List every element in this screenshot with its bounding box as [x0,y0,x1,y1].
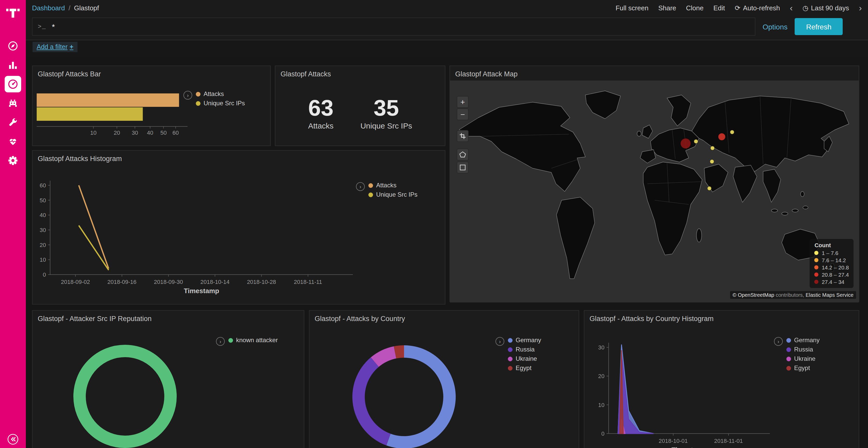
kibana-dashboard-app: Dashboard / Glastopf Full screen Share C… [0,0,868,448]
polygon-icon [459,151,466,158]
panel-title: Glastopf Attacks Bar [33,66,270,78]
map-zoom-out-button[interactable]: − [457,108,469,120]
sidebar-item-monitoring[interactable] [0,132,26,151]
full-screen-button[interactable]: Full screen [616,4,648,12]
metric-label: Unique Src IPs [361,121,412,130]
sidebar-item-discover[interactable] [0,36,26,55]
legend-label: Unique Src IPs [376,191,417,198]
svg-text:10: 10 [90,130,96,136]
plus-icon: + [70,43,74,50]
app-sidebar [0,0,26,448]
legend-color-dot [508,366,513,370]
edit-button[interactable]: Edit [713,4,725,12]
legend-item[interactable]: Germany [508,337,541,344]
query-prompt-icon: >_ [38,23,46,30]
legend-item[interactable]: known attacker [228,337,278,344]
bucket-color-dot [814,251,819,255]
svg-text:20: 20 [40,242,46,248]
elastic-maps-attribution-link[interactable]: Elastic Maps Service [805,292,854,298]
legend-item[interactable]: Russia [786,346,820,353]
sidebar-item-dashboard[interactable] [0,74,26,94]
map-attribution: © OpenStreetMap contributors, Elastic Ma… [730,291,856,299]
metric-group: 63 Attacks 35 Unique Src IPs [275,80,445,145]
map-zoom-in-button[interactable]: + [457,96,469,108]
legend-item[interactable]: Unique Src IPs [368,191,417,198]
filter-bar: Add a filter+ [26,38,868,56]
sidebar-collapse-button[interactable] [0,434,26,445]
auto-refresh-button[interactable]: ⟳Auto-refresh [735,4,780,12]
time-forward-chevron[interactable]: › [859,3,862,12]
panel-attacks-metric: Glastopf Attacks 63 Attacks 35 Unique Sr… [275,66,445,146]
svg-text:2018-10-14: 2018-10-14 [200,279,230,285]
svg-text:10: 10 [40,256,46,263]
refresh-button[interactable]: Refresh [795,18,843,35]
sidebar-item-visualize[interactable] [0,55,26,74]
svg-text:20: 20 [114,130,120,136]
world-map[interactable] [450,80,859,303]
panel-attacks-bar: Glastopf Attacks Bar 102030405060 ›Attac… [32,66,271,146]
legend-color-dot [786,347,791,352]
sidebar-item-management[interactable] [0,151,26,170]
map-draw-polygon-button[interactable] [457,149,469,161]
legend-item[interactable]: Unique Src IPs [196,100,245,107]
time-range-picker[interactable]: ◷Last 90 days [803,4,849,12]
legend-color-dot [508,347,513,352]
svg-text:30: 30 [40,227,46,233]
metric-unique-src-ips: 35 Unique Src IPs [361,96,412,130]
sidebar-item-devtools[interactable] [0,112,26,132]
legend-color-dot [786,338,791,342]
legend-item[interactable]: Ukraine [786,355,820,362]
panel-title: Glastopf Attacks [275,66,445,78]
metric-value: 63 [308,96,334,120]
share-button[interactable]: Share [658,4,676,12]
legend-color-dot [508,356,513,361]
search-query-input[interactable] [51,22,750,32]
legend-item[interactable]: Attacks [196,90,245,98]
bucket-range-label: 7.6 – 14.2 [822,257,846,263]
osm-attribution-link[interactable]: © OpenStreetMap [733,292,774,298]
x-axis-label: Timestamp [150,287,253,295]
chart-legend: ›AttacksUnique Src IPs [183,90,245,107]
map-legend-row: 20.8 – 27.4 [814,272,849,278]
sidebar-item-honeypot[interactable] [0,94,26,112]
svg-text:50: 50 [40,197,46,204]
svg-text:10: 10 [598,402,604,408]
legend-toggle[interactable]: › [216,337,225,346]
map-draw-rectangle-button[interactable] [457,162,469,173]
square-icon [459,164,466,171]
query-input-wrap: >_ [32,18,755,36]
breadcrumb-dashboard-link[interactable]: Dashboard [32,4,65,12]
telekom-logo[interactable] [4,4,22,22]
svg-text:2018-09-16: 2018-09-16 [107,279,137,285]
legend-color-dot [196,92,200,96]
refresh-cycle-icon: ⟳ [735,4,740,12]
options-link[interactable]: Options [763,23,788,31]
legend-item[interactable]: Egypt [786,365,820,372]
legend-color-dot [228,338,233,342]
legend-toggle[interactable]: › [356,182,365,191]
map-fit-bounds-button[interactable] [457,130,469,142]
svg-text:50: 50 [160,130,167,136]
chart-legend: ›GermanyRussiaUkraineEgypt [495,337,541,372]
clone-button[interactable]: Clone [686,4,704,12]
legend-item[interactable]: Egypt [508,365,541,372]
heartbeat-icon [8,136,18,146]
top-navbar: Dashboard / Glastopf Full screen Share C… [26,0,868,15]
legend-item[interactable]: Ukraine [508,355,541,362]
map-count-legend: Count 1 – 7.67.6 – 14.214.2 – 20.820.8 –… [810,239,854,288]
time-back-chevron[interactable]: ‹ [790,3,793,12]
gear-icon [8,155,18,165]
bucket-color-dot [814,258,819,262]
legend-label: Attacks [376,182,397,189]
chart-legend: ›GermanyRussiaUkraineEgypt [774,337,820,372]
legend-label: Germany [516,337,541,344]
add-filter-link[interactable]: Add a filter+ [33,42,78,52]
legend-toggle[interactable]: › [495,337,504,346]
legend-item[interactable]: Russia [508,346,541,353]
legend-item[interactable]: Attacks [368,182,417,189]
panel-attacks-histogram: Glastopf Attacks Histogram 0102030405060… [32,150,445,305]
svg-text:2018-11-01: 2018-11-01 [714,438,743,444]
legend-toggle[interactable]: › [183,91,192,100]
legend-item[interactable]: Germany [786,337,820,344]
legend-toggle[interactable]: › [774,337,783,346]
